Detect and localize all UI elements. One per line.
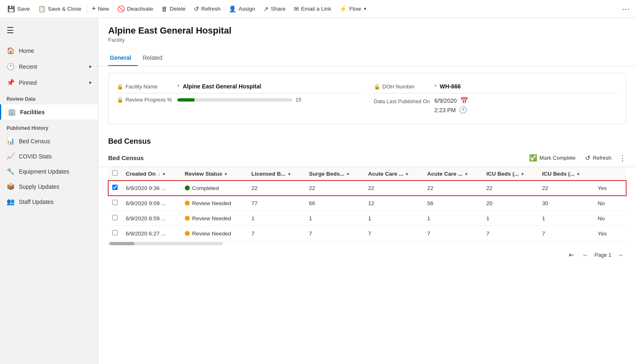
review-data-section-label: Review Data bbox=[0, 90, 98, 104]
hamburger-menu-button[interactable]: ☰ bbox=[7, 23, 14, 38]
pinned-icon: 📌 bbox=[7, 79, 15, 86]
pagination-prev-button[interactable]: ← bbox=[580, 250, 591, 260]
row4-status-badge: Review Needed bbox=[185, 231, 243, 237]
row4-checkbox[interactable] bbox=[108, 226, 122, 241]
acute-care-1-filter-icon[interactable]: ▾ bbox=[406, 172, 408, 176]
row1-created-on: 6/9/2020 9:36 ... bbox=[122, 181, 181, 196]
sidebar-item-home[interactable]: 🏠 Home bbox=[0, 43, 98, 59]
doh-lock-icon: 🔒 bbox=[374, 84, 380, 90]
doh-number-value[interactable]: WH-666 bbox=[440, 83, 461, 90]
licensed-b-filter-icon[interactable]: ▾ bbox=[288, 172, 291, 176]
deactivate-button[interactable]: 🚫 Deactivate bbox=[113, 3, 157, 15]
deactivate-icon: 🚫 bbox=[117, 5, 125, 13]
row2-checkbox[interactable] bbox=[108, 196, 122, 211]
toolbar-more-button[interactable]: ⋯ bbox=[619, 3, 633, 15]
sidebar-item-staff-updates[interactable]: 👥 Staff Updates bbox=[0, 194, 98, 209]
new-icon: + bbox=[92, 5, 96, 13]
col-icu-beds-1[interactable]: ICU Beds (... ▾ bbox=[482, 167, 538, 181]
row4-acute-care-1: 7 bbox=[364, 226, 423, 241]
tabs: General Related bbox=[98, 46, 636, 66]
col-review-status[interactable]: Review Status ▾ bbox=[181, 167, 248, 181]
row3-status-dot bbox=[185, 216, 190, 221]
row1-checkbox[interactable] bbox=[108, 181, 122, 196]
row1-surge-beds: 22 bbox=[305, 181, 364, 196]
row4-acute-care-2: 7 bbox=[423, 226, 482, 241]
tab-related[interactable]: Related bbox=[141, 51, 169, 66]
published-date-value: 6/9/2020 bbox=[434, 97, 457, 104]
doh-required-star: * bbox=[434, 84, 436, 90]
sidebar-top: ☰ bbox=[0, 18, 98, 43]
new-button[interactable]: + New bbox=[88, 2, 114, 16]
row3-icu-beds-2: 1 bbox=[538, 211, 594, 226]
toolbar: 💾 Save 📋 Save & Close + New 🚫 Deactivate… bbox=[0, 0, 636, 18]
review-status-filter-icon[interactable]: ▾ bbox=[225, 172, 227, 176]
created-on-filter-icon[interactable]: ▾ bbox=[163, 172, 165, 176]
calendar-icon[interactable]: 📅 bbox=[460, 97, 468, 104]
published-history-section-label: Published History bbox=[0, 120, 98, 133]
col-created-on[interactable]: Created On ↓ ▾ bbox=[122, 167, 181, 181]
row3-status: Review Needed bbox=[181, 211, 248, 226]
delete-button[interactable]: 🗑 Delete bbox=[157, 3, 190, 15]
share-button[interactable]: ↗ Share bbox=[259, 3, 290, 15]
email-link-button[interactable]: ✉ Email a Link bbox=[290, 3, 336, 15]
col-acute-care-1[interactable]: Acute Care ... ▾ bbox=[364, 167, 423, 181]
assign-button[interactable]: 👤 Assign bbox=[225, 3, 259, 15]
subgrid-refresh-button[interactable]: ↺ Refresh bbox=[583, 153, 614, 163]
created-on-sort-icon: ↓ bbox=[158, 172, 161, 176]
surge-beds-filter-icon[interactable]: ▾ bbox=[347, 172, 349, 176]
pagination-label: Page 1 bbox=[595, 252, 611, 258]
pagination-next-button[interactable]: → bbox=[615, 250, 626, 260]
subgrid-actions: ✅ Mark Complete ↺ Refresh ⋮ bbox=[527, 152, 626, 163]
horizontal-scrollbar[interactable] bbox=[98, 241, 636, 245]
facility-name-value[interactable]: Alpine East General Hospital bbox=[183, 83, 261, 90]
checkbox-col-header bbox=[108, 167, 122, 181]
doh-number-label: 🔒 DOH Number bbox=[374, 84, 431, 90]
subgrid-more-button[interactable]: ⋮ bbox=[619, 154, 626, 163]
sidebar-item-pinned[interactable]: 📌 Pinned ▾ bbox=[0, 75, 98, 90]
toolbar-divider bbox=[86, 4, 87, 14]
row3-checkbox[interactable] bbox=[108, 211, 122, 226]
row3-extra: No bbox=[594, 211, 615, 226]
facility-lock-icon: 🔒 bbox=[117, 84, 123, 90]
scrollbar-thumb bbox=[110, 242, 134, 245]
table-row[interactable]: 6/9/2020 9:09 ... Review Needed 77 66 12… bbox=[108, 196, 626, 211]
table-row[interactable]: 6/9/2020 8:59 ... Review Needed 1 1 1 1 … bbox=[108, 211, 626, 226]
covid-stats-icon: 📈 bbox=[7, 152, 15, 160]
page-title: Alpine East General Hospital bbox=[108, 25, 626, 36]
pagination-first-button[interactable]: ⇤ bbox=[566, 249, 577, 260]
sidebar-item-equipment-updates[interactable]: 🔧 Equipment Updates bbox=[0, 164, 98, 179]
sidebar-item-supply-updates[interactable]: 📦 Supply Updates bbox=[0, 179, 98, 194]
col-icu-beds-2[interactable]: ICU Beds (... ▾ bbox=[538, 167, 594, 181]
acute-care-2-filter-icon[interactable]: ▾ bbox=[465, 172, 468, 176]
form-section: 🔒 Facility Name * Alpine East General Ho… bbox=[108, 73, 626, 124]
icu-beds-2-filter-icon[interactable]: ▾ bbox=[577, 172, 579, 176]
flow-button[interactable]: ⚡ Flow ▾ bbox=[335, 3, 370, 15]
refresh-button[interactable]: ↺ Refresh bbox=[190, 3, 225, 15]
table-row[interactable]: 6/9/2020 6:27 ... Review Needed 7 7 7 7 … bbox=[108, 226, 626, 241]
save-close-button[interactable]: 📋 Save & Close bbox=[34, 3, 86, 15]
tab-general[interactable]: General bbox=[108, 51, 138, 66]
subgrid-refresh-icon: ↺ bbox=[585, 154, 591, 162]
col-surge-beds[interactable]: Surge Beds... ▾ bbox=[305, 167, 364, 181]
email-icon: ✉ bbox=[294, 5, 299, 13]
save-button[interactable]: 💾 Save bbox=[3, 3, 34, 15]
clock-icon[interactable]: 🕐 bbox=[459, 106, 467, 114]
sidebar-item-facilities[interactable]: 🏢 Facilities bbox=[0, 104, 98, 120]
sidebar-item-recent[interactable]: 🕐 Recent ▾ bbox=[0, 59, 98, 75]
icu-beds-1-filter-icon[interactable]: ▾ bbox=[521, 172, 524, 176]
row2-created-on: 6/9/2020 9:09 ... bbox=[122, 196, 181, 211]
row2-acute-care-2: 56 bbox=[423, 196, 482, 211]
sidebar-item-covid-stats[interactable]: 📈 COVID Stats bbox=[0, 149, 98, 164]
select-all-checkbox[interactable] bbox=[112, 170, 118, 176]
sidebar-item-bed-census[interactable]: 📊 Bed Census bbox=[0, 133, 98, 149]
col-acute-care-2[interactable]: Acute Care ... ▾ bbox=[423, 167, 482, 181]
refresh-icon: ↺ bbox=[194, 5, 199, 13]
mark-complete-button[interactable]: ✅ Mark Complete bbox=[527, 152, 578, 163]
facilities-icon: 🏢 bbox=[8, 108, 16, 116]
row2-icu-beds-2: 30 bbox=[538, 196, 594, 211]
published-time-row: 2:23 PM 🕐 bbox=[434, 106, 618, 114]
row4-icu-beds-1: 7 bbox=[482, 226, 538, 241]
col-licensed-b[interactable]: Licensed B... ▾ bbox=[248, 167, 305, 181]
table-row[interactable]: 6/9/2020 9:36 ... Completed 22 22 22 22 … bbox=[108, 181, 626, 196]
main-layout: ☰ 🏠 Home 🕐 Recent ▾ 📌 Pinned ▾ Review Da… bbox=[0, 18, 636, 364]
